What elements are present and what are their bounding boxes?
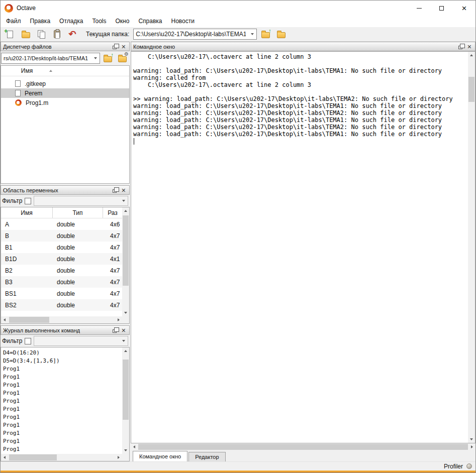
dropdown-arrow-icon[interactable] [248, 29, 256, 39]
history-item[interactable]: Prog1 [1, 445, 122, 453]
scroll-track[interactable] [468, 59, 475, 436]
maximize-button[interactable] [430, 1, 453, 16]
scroll-track[interactable] [8, 454, 115, 461]
history-item[interactable]: D5=D(3:4,[1,3,6]) [1, 357, 122, 365]
filter-checkbox[interactable] [25, 198, 31, 204]
workspace-vertical-scrollbar[interactable] [122, 207, 129, 316]
dropdown-arrow-icon[interactable] [119, 336, 128, 345]
terminal-vertical-scrollbar[interactable] [468, 52, 475, 443]
undock-icon[interactable] [113, 46, 117, 49]
column-name[interactable]: Имя [1, 207, 53, 218]
scroll-track[interactable] [122, 354, 129, 447]
history-item[interactable]: Prog1 [1, 389, 122, 397]
history-filter-input[interactable] [34, 336, 119, 345]
column-type[interactable]: Тип [53, 207, 103, 218]
titlebar[interactable]: Octave [1, 1, 475, 16]
scroll-thumb[interactable] [468, 77, 474, 102]
file-browser-path-combobox[interactable] [1, 53, 100, 64]
scroll-track[interactable] [138, 443, 468, 450]
variable-row[interactable]: BS2 double 4x7 [1, 299, 122, 311]
menu-item[interactable]: Новости [166, 16, 199, 27]
bottom-tab[interactable]: Редактор [188, 452, 225, 461]
variable-row[interactable]: BS1 double 4x7 [1, 288, 122, 299]
file-list-column-header[interactable]: Имя [1, 66, 129, 76]
scroll-thumb[interactable] [123, 215, 129, 286]
history-filter-combobox[interactable] [34, 336, 128, 346]
file-browser-up-button[interactable] [101, 52, 115, 64]
scroll-right-button[interactable] [115, 454, 122, 461]
history-item[interactable]: Prog1 [1, 405, 122, 413]
workspace-filter-input[interactable] [34, 196, 119, 205]
variable-row[interactable]: B1D double 4x1 [1, 253, 122, 265]
minimize-button[interactable] [408, 1, 430, 16]
workspace-horizontal-scrollbar[interactable] [1, 316, 122, 323]
close-icon[interactable] [122, 327, 126, 334]
scroll-thumb[interactable] [138, 444, 468, 450]
history-horizontal-scrollbar[interactable] [1, 454, 122, 461]
command-history-header[interactable]: Журнал выполненных команд [1, 325, 130, 335]
undock-icon[interactable] [458, 46, 462, 49]
terminal[interactable]: C:\Users\u202-17\.octaverc at line 2 col… [131, 51, 475, 443]
variable-row[interactable]: B3 double 4x7 [1, 276, 122, 288]
scroll-thumb[interactable] [9, 454, 57, 460]
close-icon[interactable] [122, 187, 126, 194]
undo-button[interactable] [65, 28, 79, 41]
scroll-down-button[interactable] [468, 436, 475, 443]
copy-button[interactable] [34, 28, 48, 41]
scroll-down-button[interactable] [122, 309, 129, 316]
new-script-button[interactable] [3, 28, 17, 41]
scroll-right-button[interactable] [468, 443, 475, 450]
workspace-filter-combobox[interactable] [34, 196, 128, 206]
undock-icon[interactable] [113, 189, 117, 193]
folder-up-button[interactable] [258, 28, 272, 41]
scroll-left-button[interactable] [1, 316, 8, 323]
undock-icon[interactable] [113, 329, 117, 333]
menu-item[interactable]: Отладка [55, 16, 87, 27]
variable-row[interactable]: A double 4x6 [1, 218, 122, 230]
command-window-header[interactable]: Командное окно [131, 42, 475, 51]
dropdown-arrow-icon[interactable] [119, 196, 128, 205]
file-browser-header[interactable]: Диспетчер файлов [1, 42, 130, 51]
scroll-left-button[interactable] [1, 454, 8, 461]
variable-row[interactable]: B2 double 4x7 [1, 265, 122, 276]
profiler-status-icon[interactable] [466, 463, 472, 469]
file-row[interactable]: .gitkeep [1, 79, 129, 88]
scroll-down-button[interactable] [122, 447, 129, 454]
menu-item[interactable]: Файл [2, 16, 26, 27]
file-row[interactable]: Prog1.m [1, 98, 129, 107]
close-icon[interactable] [122, 43, 126, 50]
history-item[interactable]: Prog1 [1, 365, 122, 373]
menu-item[interactable]: Правка [26, 16, 55, 27]
current-folder-combobox[interactable] [133, 29, 257, 40]
history-item[interactable]: Prog1 [1, 373, 122, 381]
scroll-right-button[interactable] [115, 316, 122, 323]
workspace-header[interactable]: Область переменных [1, 185, 130, 195]
history-item[interactable]: D4=D(16:20) [1, 349, 122, 357]
paste-button[interactable] [50, 28, 64, 41]
history-item[interactable]: Prog1 [1, 429, 122, 437]
history-vertical-scrollbar[interactable] [122, 347, 129, 454]
bottom-tab[interactable]: Командное окно [133, 451, 187, 461]
scroll-track[interactable] [122, 214, 129, 309]
scroll-thumb[interactable] [123, 360, 129, 420]
history-item[interactable]: Prog1 [1, 421, 122, 429]
scroll-up-button[interactable] [122, 207, 129, 214]
terminal-horizontal-scrollbar[interactable] [131, 443, 475, 450]
history-item[interactable]: Prog1 [1, 397, 122, 405]
menu-item[interactable]: Tools [88, 16, 111, 27]
scroll-up-button[interactable] [468, 52, 475, 59]
history-item[interactable]: Prog1 [1, 413, 122, 421]
open-file-button[interactable] [19, 28, 33, 41]
history-item[interactable]: Prog1 [1, 381, 122, 389]
history-item[interactable]: Prog1 [1, 437, 122, 445]
browse-folder-button[interactable] [274, 28, 288, 41]
dropdown-arrow-icon[interactable] [91, 53, 100, 63]
variable-row[interactable]: B double 4x7 [1, 230, 122, 242]
menu-item[interactable]: Окно [111, 16, 134, 27]
workspace-table-header[interactable]: Имя Тип Раз [1, 207, 122, 218]
file-browser-actions-button[interactable] [116, 52, 129, 64]
file-browser-path-input[interactable] [2, 53, 91, 63]
scroll-thumb[interactable] [9, 317, 49, 323]
variable-row[interactable]: B1 double 4x7 [1, 242, 122, 253]
scroll-up-button[interactable] [122, 347, 129, 354]
